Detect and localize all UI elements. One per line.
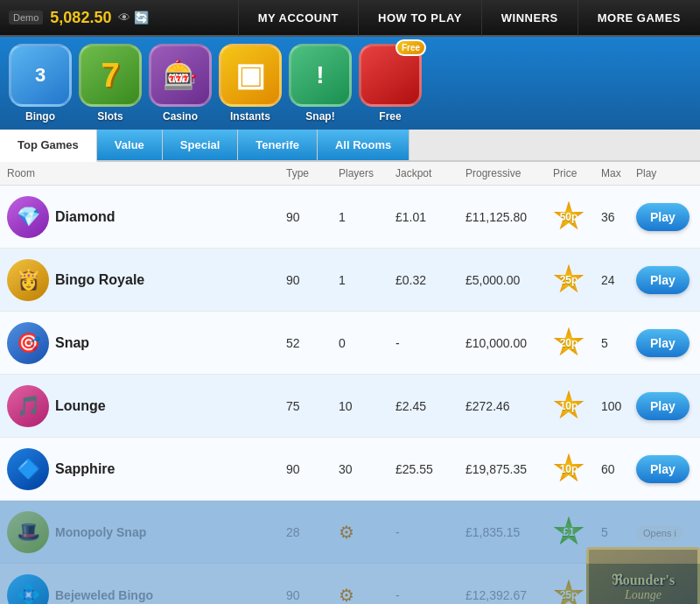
bingo-label: Bingo [25, 110, 55, 123]
category-free[interactable]: Free Free [359, 44, 422, 123]
rounders-subtitle: Lounge [625, 588, 662, 602]
royale-name: Bingo Royale [55, 272, 286, 288]
snap-jackpot: - [396, 336, 466, 350]
tab-value[interactable]: Value [97, 130, 163, 160]
tab-top-games[interactable]: Top Games [0, 130, 97, 162]
lounge-progressive: £272.46 [466, 399, 553, 413]
table-row: 💠 Bejeweled Bingo 90 ⚙ - £12,392.67 25p … [0, 564, 700, 604]
col-players: Players [339, 167, 396, 179]
tabs-row: Top Games Value Special Tenerife All Roo… [0, 130, 700, 162]
diamond-play: Play [636, 203, 693, 231]
rounders-badge: ℜounder's Lounge [586, 547, 700, 604]
snap-play-button[interactable]: Play [636, 329, 690, 357]
instants-label: Instants [230, 110, 270, 123]
monopoly-opens: Opens i [636, 524, 693, 540]
sapphire-play-button[interactable]: Play [636, 455, 690, 483]
snap-price: 20p [553, 327, 601, 359]
diamond-progressive: £11,125.80 [466, 210, 553, 224]
lounge-play-button[interactable]: Play [636, 392, 690, 420]
snap-players: 0 [339, 336, 396, 350]
lounge-price: 10p [553, 390, 601, 422]
tab-all-rooms[interactable]: All Rooms [318, 130, 410, 160]
lounge-name: Lounge [55, 398, 286, 414]
monopoly-price: £1 [553, 516, 601, 548]
sapphire-price-badge: 10p [553, 453, 584, 485]
diamond-jackpot: £1.01 [396, 210, 466, 224]
casino-label: Casino [163, 110, 198, 123]
royale-progressive: £5,000.00 [466, 273, 553, 287]
snap-type: 52 [286, 336, 339, 350]
diamond-max: 36 [601, 210, 636, 224]
category-bingo[interactable]: 3 Bingo [9, 44, 72, 123]
monopoly-progressive: £1,835.15 [466, 525, 553, 539]
table-row: 🔷 Sapphire 90 30 £25.55 £19,875.35 10p 6… [0, 438, 700, 501]
col-price: Price [553, 167, 601, 179]
monopoly-icon: 🎩 [7, 511, 49, 553]
top-navigation: Demo 5,082.50 👁 🔄 MY ACCOUNT HOW TO PLAY… [0, 0, 700, 37]
bejeweled-name: Bejeweled Bingo [55, 588, 286, 602]
lounge-max: 100 [601, 399, 636, 413]
col-name [55, 167, 286, 179]
snap-room-icon: 🎯 [7, 322, 49, 364]
sapphire-players: 30 [339, 462, 396, 476]
table-row: 🎵 Lounge 75 10 £2.45 £272.46 10p 100 Pla… [0, 375, 700, 438]
sapphire-play: Play [636, 455, 693, 483]
spin-icon: ⚙ [339, 523, 354, 542]
free-badge: Free [396, 39, 426, 56]
royale-play: Play [636, 266, 693, 294]
royale-max: 24 [601, 273, 636, 287]
sapphire-progressive: £19,875.35 [466, 462, 553, 476]
diamond-type: 90 [286, 210, 339, 224]
slots-icon: 7 [79, 44, 142, 107]
free-icon: Free [359, 44, 422, 107]
table-header: Room Type Players Jackpot Progressive Pr… [0, 162, 700, 186]
sapphire-price: 10p [553, 453, 601, 485]
category-bar: 3 Bingo 7 Slots 🎰 Casino ▣ Instants ! Sn… [0, 37, 700, 130]
sapphire-type: 90 [286, 462, 339, 476]
category-instants[interactable]: ▣ Instants [219, 44, 282, 123]
visibility-icons[interactable]: 👁 🔄 [118, 11, 149, 25]
tab-tenerife[interactable]: Tenerife [238, 130, 318, 160]
diamond-play-button[interactable]: Play [636, 203, 690, 231]
casino-icon: 🎰 [149, 44, 212, 107]
snap-label: Snap! [305, 110, 334, 123]
spin-icon-2: ⚙ [339, 586, 354, 605]
royale-play-button[interactable]: Play [636, 266, 690, 294]
category-slots[interactable]: 7 Slots [79, 44, 142, 123]
demo-badge: Demo [9, 11, 43, 25]
opens-badge: Opens i [636, 525, 683, 541]
royale-jackpot: £0.32 [396, 273, 466, 287]
nav-more-games[interactable]: MORE GAMES [578, 0, 700, 36]
col-max: Max [601, 167, 636, 179]
col-room: Room [7, 167, 55, 179]
nav-winners[interactable]: WINNERS [481, 0, 578, 36]
table-wrapper[interactable]: Room Type Players Jackpot Progressive Pr… [0, 162, 700, 604]
snap-price-badge: 20p [553, 327, 584, 359]
snap-icon: ! [289, 44, 352, 107]
monopoly-max: 5 [601, 525, 636, 539]
diamond-price: 50p [553, 201, 601, 233]
col-play: Play [636, 167, 693, 179]
monopoly-price-badge: £1 [553, 516, 584, 548]
lounge-play: Play [636, 392, 693, 420]
monopoly-name: Monopoly Snap [55, 525, 286, 539]
snap-max: 5 [601, 336, 636, 350]
monopoly-type: 28 [286, 525, 339, 539]
table-row: 💎 Diamond 90 1 £1.01 £11,125.80 50p 36 P… [0, 186, 700, 249]
sapphire-jackpot: £25.55 [396, 462, 466, 476]
col-progressive: Progressive [466, 167, 553, 179]
lounge-players: 10 [339, 399, 396, 413]
snap-room-name: Snap [55, 335, 286, 351]
nav-my-account[interactable]: MY ACCOUNT [238, 0, 358, 36]
category-snap[interactable]: ! Snap! [289, 44, 352, 123]
rounders-title: ℜounder's [612, 572, 676, 588]
sapphire-icon: 🔷 [7, 448, 49, 490]
tab-special[interactable]: Special [163, 130, 239, 160]
slots-label: Slots [97, 110, 122, 123]
col-jackpot: Jackpot [396, 167, 466, 179]
nav-how-to-play[interactable]: HOW TO PLAY [358, 0, 481, 36]
balance-amount: 5,082.50 [50, 9, 111, 27]
lounge-type: 75 [286, 399, 339, 413]
royale-players: 1 [339, 273, 396, 287]
category-casino[interactable]: 🎰 Casino [149, 44, 212, 123]
